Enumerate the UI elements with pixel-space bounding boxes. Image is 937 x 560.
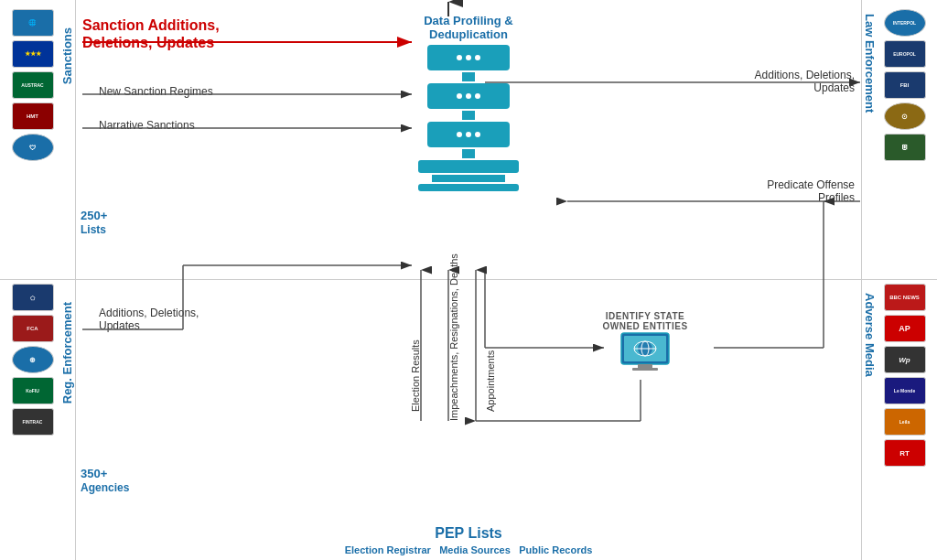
election-results-rotated: Election Results <box>410 302 421 412</box>
new-sanction-regimes-label: New Sanction Regimes <box>99 85 282 98</box>
soe-section: IDENTIFY STATE OWNED ENTITIES <box>586 311 705 372</box>
pep-sources: Election Registrar Media Sources Public … <box>340 544 597 555</box>
lemonde-logo: Le Monde <box>884 377 926 404</box>
fbi-logo: FBI <box>884 71 926 99</box>
un-logo: 🌐 <box>12 9 54 37</box>
svg-rect-6 <box>638 364 652 368</box>
db-connector-2 <box>462 111 475 120</box>
ap-logo: AP <box>884 315 926 342</box>
leila-logo: Leila <box>884 408 926 436</box>
db-connector-3 <box>462 149 475 158</box>
kofiu-logo: KoFIU <box>12 377 54 404</box>
db-connector-1 <box>462 72 475 81</box>
monitor-icon <box>619 331 671 372</box>
reg-additions-label: Additions, Deletions, Updates <box>99 307 245 332</box>
h-divider <box>0 279 937 280</box>
europol-logo: EUROPOL <box>884 40 926 68</box>
election-registrar-label: Election Registrar <box>345 544 431 555</box>
bbc-logo: BBC NEWS <box>884 284 926 311</box>
shield-logo: 🛡 <box>12 134 54 161</box>
soe-title: IDENTIFY STATE OWNED ENTITIES <box>586 311 705 331</box>
cia-logo: ⊙ <box>884 102 926 130</box>
db-disk-1 <box>427 45 510 70</box>
rt-logo: RT <box>884 439 926 467</box>
db-foot <box>418 184 519 191</box>
reg-count: 350+ Agencies <box>81 467 129 494</box>
public-records-label: Public Records <box>519 544 592 555</box>
fca-logo: FCA <box>12 315 54 342</box>
db-disk-3 <box>427 122 510 147</box>
interpol-logo: INTERPOL <box>884 9 926 37</box>
sanctions-count: 250+ Lists <box>81 209 107 236</box>
law-enforcement-label: Law Enforcement <box>863 14 877 113</box>
sanctions-label: Sanctions <box>60 27 74 84</box>
reg-enforcement-label: Reg. Enforcement <box>60 302 74 404</box>
appointments-rotated: Appointments <box>485 302 496 412</box>
austrac-logo: AUSTRAC <box>12 71 54 99</box>
wp-logo: Wp <box>884 346 926 373</box>
db-base <box>418 160 519 173</box>
left-bottom-logos: ⬠ FCA ⊛ KoFIU FINTRAC <box>7 284 58 436</box>
predicate-offense-label: Predicate Offense Profiles <box>690 178 855 204</box>
db-title: Data Profiling & Deduplication <box>424 14 513 41</box>
adverse-media-label: Adverse Media <box>863 293 877 377</box>
right-top-logos: INTERPOL EUROPOL FBI ⊙ ⛨ <box>879 9 930 161</box>
media-sources-label: Media Sources <box>439 544 511 555</box>
svg-rect-7 <box>632 368 658 371</box>
diagram-container: 🌐 ★★★ AUSTRAC HMT 🛡 ⬠ FCA ⊛ KoFIU FINTRA… <box>0 0 937 560</box>
fintrac-logo: FINTRAC <box>12 408 54 436</box>
pep-section: PEP Lists Election Registrar Media Sourc… <box>340 525 597 555</box>
law-additions-label: Additions, Deletions, Updates <box>690 69 855 94</box>
db-stack <box>418 45 519 191</box>
military-logo: ⛨ <box>884 134 926 161</box>
left-top-logos: 🌐 ★★★ AUSTRAC HMT 🛡 <box>7 9 58 161</box>
hmt-logo: HMT <box>12 102 54 130</box>
right-bottom-logos: BBC NEWS AP Wp Le Monde Leila RT <box>879 284 930 467</box>
red-title: Sanction Additions, Deletions, Updates <box>82 16 220 51</box>
narrative-sanctions-label: Narrative Sanctions <box>99 119 282 132</box>
pep-label: PEP Lists <box>340 525 597 542</box>
impeachments-rotated: Impeachments, Resignations, Deaths <box>448 284 459 421</box>
pentagon-logo: ⬠ <box>12 284 54 311</box>
db-stack-container: Data Profiling & Deduplication <box>395 14 542 191</box>
eu-logo: ★★★ <box>12 40 54 68</box>
right-divider <box>861 0 862 560</box>
db-disk-2 <box>427 83 510 109</box>
circle-blue-logo: ⊛ <box>12 346 54 373</box>
left-divider <box>75 0 76 560</box>
db-stem <box>432 175 505 182</box>
